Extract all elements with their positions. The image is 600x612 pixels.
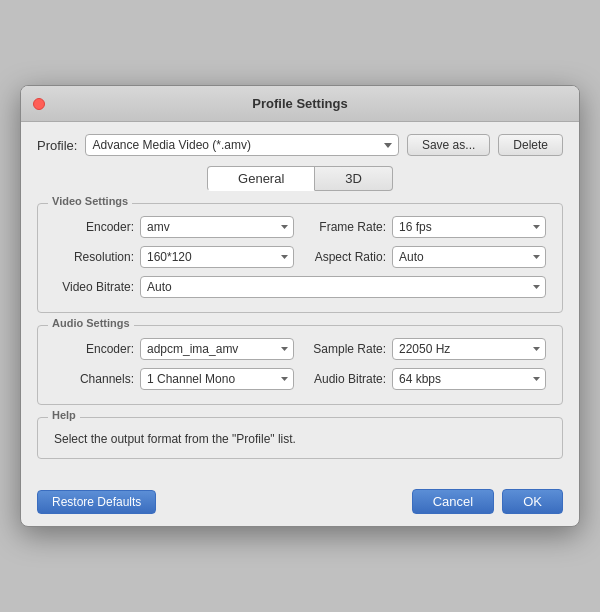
- audio-settings-title: Audio Settings: [48, 317, 134, 329]
- audio-bitrate-label: Audio Bitrate:: [306, 372, 386, 386]
- video-bitrate-label: Video Bitrate:: [54, 280, 134, 294]
- save-as-button[interactable]: Save as...: [407, 134, 490, 156]
- audio-settings-grid: Encoder: adpcm_ima_amv Sample Rate: 2205…: [54, 338, 546, 390]
- audio-encoder-label: Encoder:: [54, 342, 134, 356]
- profile-row: Profile: Advance Media Video (*.amv) Sav…: [37, 134, 563, 156]
- sample-rate-select[interactable]: 22050 Hz: [392, 338, 546, 360]
- resolution-select[interactable]: 160*120: [140, 246, 294, 268]
- audio-encoder-select[interactable]: adpcm_ima_amv: [140, 338, 294, 360]
- aspect-ratio-row: Aspect Ratio: Auto: [306, 246, 546, 268]
- frame-rate-label: Frame Rate:: [306, 220, 386, 234]
- cancel-button[interactable]: Cancel: [412, 489, 494, 514]
- video-settings-title: Video Settings: [48, 195, 132, 207]
- video-bitrate-row: Video Bitrate: Auto: [54, 276, 546, 298]
- tab-3d[interactable]: 3D: [315, 166, 393, 191]
- window-title: Profile Settings: [252, 96, 347, 111]
- encoder-row: Encoder: amv: [54, 216, 294, 238]
- resolution-row: Resolution: 160*120: [54, 246, 294, 268]
- audio-settings-section: Audio Settings Encoder: adpcm_ima_amv Sa…: [37, 325, 563, 405]
- sample-rate-label: Sample Rate:: [306, 342, 386, 356]
- audio-bitrate-select[interactable]: 64 kbps: [392, 368, 546, 390]
- channels-label: Channels:: [54, 372, 134, 386]
- sample-rate-row: Sample Rate: 22050 Hz: [306, 338, 546, 360]
- video-settings-grid: Encoder: amv Frame Rate: 16 fps Resoluti…: [54, 216, 546, 268]
- tab-general[interactable]: General: [207, 166, 315, 191]
- frame-rate-row: Frame Rate: 16 fps: [306, 216, 546, 238]
- help-section: Help Select the output format from the "…: [37, 417, 563, 459]
- aspect-ratio-label: Aspect Ratio:: [306, 250, 386, 264]
- aspect-ratio-select[interactable]: Auto: [392, 246, 546, 268]
- close-button[interactable]: [33, 98, 45, 110]
- audio-encoder-row: Encoder: adpcm_ima_amv: [54, 338, 294, 360]
- help-title: Help: [48, 409, 80, 421]
- footer-right-buttons: Cancel OK: [412, 489, 563, 514]
- tabs-row: General 3D: [37, 166, 563, 191]
- title-bar: Profile Settings: [21, 86, 579, 122]
- video-settings-section: Video Settings Encoder: amv Frame Rate: …: [37, 203, 563, 313]
- profile-label: Profile:: [37, 138, 77, 153]
- encoder-select[interactable]: amv: [140, 216, 294, 238]
- resolution-label: Resolution:: [54, 250, 134, 264]
- channels-select[interactable]: 1 Channel Mono: [140, 368, 294, 390]
- restore-defaults-button[interactable]: Restore Defaults: [37, 490, 156, 514]
- video-bitrate-select[interactable]: Auto: [140, 276, 546, 298]
- footer: Restore Defaults Cancel OK: [21, 481, 579, 526]
- audio-bitrate-row: Audio Bitrate: 64 kbps: [306, 368, 546, 390]
- frame-rate-select[interactable]: 16 fps: [392, 216, 546, 238]
- content-area: Profile: Advance Media Video (*.amv) Sav…: [21, 122, 579, 481]
- help-text: Select the output format from the "Profi…: [54, 432, 546, 446]
- channels-row: Channels: 1 Channel Mono: [54, 368, 294, 390]
- profile-settings-window: Profile Settings Profile: Advance Media …: [20, 85, 580, 527]
- encoder-label: Encoder:: [54, 220, 134, 234]
- ok-button[interactable]: OK: [502, 489, 563, 514]
- delete-button[interactable]: Delete: [498, 134, 563, 156]
- profile-select[interactable]: Advance Media Video (*.amv): [85, 134, 398, 156]
